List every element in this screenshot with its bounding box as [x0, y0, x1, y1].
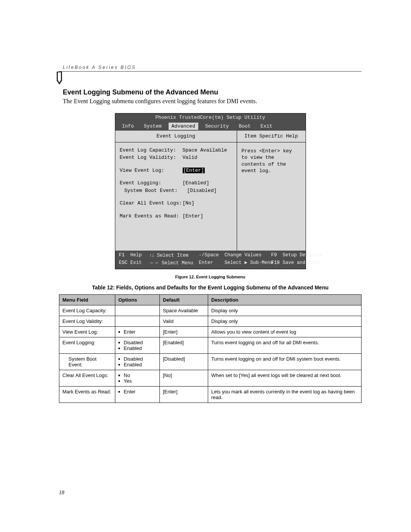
- bios-right-heading: Item Specific Help: [237, 131, 306, 142]
- table-row: Event Log Capacity:Space AvailableDispla…: [59, 305, 362, 316]
- bios-help-text: Press <Enter> key to view the contents o…: [237, 142, 306, 180]
- cell-menu-field: Event Log Validity:: [59, 316, 115, 327]
- spec-table: Menu FieldOptionsDefaultDescription Even…: [59, 294, 362, 403]
- table-header-row: Menu FieldOptionsDefaultDescription: [59, 295, 362, 305]
- cell-default: [Enabled]: [160, 337, 208, 354]
- cell-options: Enter: [115, 327, 160, 337]
- bios-tab-security: Security: [202, 123, 232, 130]
- option-item: Yes: [118, 378, 156, 384]
- cell-description: Lets you mark all events currently in th…: [208, 387, 362, 403]
- cell-default: [Enter]: [160, 327, 208, 337]
- option-item: Disabled: [118, 340, 156, 345]
- cell-default: [No]: [160, 370, 208, 387]
- option-item: Enter: [118, 329, 156, 335]
- cell-description: Allows you to view content of event log: [208, 327, 362, 337]
- header-rule: [59, 71, 362, 72]
- bios-tab-exit: Exit: [258, 123, 276, 130]
- cell-default: Valid: [160, 316, 208, 327]
- header-marker-icon: [59, 75, 362, 86]
- cell-menu-field: Event Logging:: [59, 337, 115, 354]
- footer-f9: Setup Defaults: [283, 252, 323, 258]
- bios-setting-value: [Enter]: [183, 167, 205, 174]
- table-header-cell: Description: [208, 295, 362, 305]
- bios-setting-label: Event Log Capacity:: [120, 147, 183, 154]
- bios-setting-label: Event Log Validity:: [120, 154, 183, 161]
- bios-tab-boot: Boot: [236, 123, 253, 130]
- bios-left-heading: Event Logging: [115, 131, 237, 142]
- table-header-cell: Options: [115, 295, 160, 305]
- cell-menu-field: Event Log Capacity:: [59, 305, 115, 316]
- table-row: Mark Events as Read:Enter[Enter]Lets you…: [59, 387, 362, 403]
- table-row: System Boot Event:DisabledEnabled[Disabl…: [59, 354, 362, 370]
- cell-options: NoYes: [115, 370, 160, 387]
- table-row: Event Logging:DisabledEnabled[Enabled]Tu…: [59, 337, 362, 354]
- cell-options: [115, 316, 160, 327]
- table-title: Table 12: Fields, Options and Defaults f…: [63, 284, 358, 291]
- bios-setting-row: Event Log Capacity:Space Available: [120, 147, 233, 154]
- bios-setting-label: View Event Log:: [120, 167, 183, 174]
- option-item: Enabled: [118, 345, 156, 351]
- option-item: Enter: [118, 389, 156, 395]
- bios-tab-advanced: Advanced: [169, 123, 198, 130]
- bios-footer: F1 Help ↑↓ Select Item -/Space Change Va…: [115, 251, 306, 269]
- footer-enter: Enter: [199, 260, 213, 265]
- cell-description: Turns event logging on and off for DMI s…: [208, 354, 362, 370]
- bios-setting-value: Valid: [183, 154, 198, 161]
- bios-setting-row: System Boot Event:[Disabled]: [120, 187, 233, 194]
- bios-setting-row: View Event Log:[Enter]: [120, 167, 233, 174]
- option-item: Disabled: [118, 356, 156, 362]
- table-header-cell: Menu Field: [59, 295, 115, 305]
- cell-menu-field: Clear All Event Logs:: [59, 370, 115, 387]
- cell-options: Enter: [115, 387, 160, 403]
- cell-menu-field: View Event Log:: [59, 327, 115, 337]
- footer-f10: Save and Exit: [283, 260, 320, 265]
- bios-setting-value: [Disabled]: [187, 187, 217, 194]
- figure-caption: Figure 12. Event Logging Submenu: [59, 275, 362, 279]
- bios-setting-row: Event Log Validity:Valid: [120, 154, 233, 161]
- footer-help: Help: [131, 252, 142, 258]
- cell-menu-field: Mark Events as Read:: [59, 387, 115, 403]
- cell-default: Space Available: [160, 305, 208, 316]
- bios-screenshot: Phoenix TrustedCore(tm) Setup Utility In…: [115, 113, 306, 269]
- footer-minus-space: -/Space: [199, 252, 219, 258]
- cell-description: Display only: [208, 305, 362, 316]
- document-page: LifeBook A Series BIOS Event Logging Sub…: [0, 0, 411, 532]
- cell-description: Turns event logging on and off for all D…: [208, 337, 362, 354]
- option-item: Enabled: [118, 362, 156, 367]
- page-number: 18: [59, 490, 64, 496]
- bios-setting-row: Event Logging:[Enabled]: [120, 180, 233, 187]
- bios-setting-label: System Boot Event:: [120, 187, 187, 194]
- table-row: View Event Log:Enter[Enter]Allows you to…: [59, 327, 362, 337]
- section-title: Event Logging Submenu of the Advanced Me…: [63, 88, 362, 96]
- bios-setting-value: Space Available: [183, 147, 227, 154]
- table-header-cell: Default: [160, 295, 208, 305]
- cell-default: [Enter]: [160, 387, 208, 403]
- cell-description: Display only: [208, 316, 362, 327]
- footer-esc: Exit: [131, 260, 142, 265]
- bios-tab-info: Info: [119, 123, 137, 130]
- bios-setting-value: [No]: [183, 200, 194, 207]
- bios-setting-row: Mark Events as Read:[Enter]: [120, 213, 233, 220]
- running-header: LifeBook A Series BIOS: [63, 65, 362, 70]
- table-row: Clear All Event Logs:NoYes[No]When set t…: [59, 370, 362, 387]
- cell-menu-field: System Boot Event:: [59, 354, 115, 370]
- bios-settings-list: Event Log Capacity:Space AvailableEvent …: [115, 142, 237, 251]
- cell-options: [115, 305, 160, 316]
- footer-select-item: Select Item: [157, 253, 189, 258]
- cell-description: When set to [Yes] all event logs will be…: [208, 370, 362, 387]
- bios-setting-row: Clear All Event Logs:[No]: [120, 200, 233, 207]
- bios-tab-system: System: [141, 123, 165, 130]
- table-row: Event Log Validity:ValidDisplay only: [59, 316, 362, 327]
- bios-setting-value: [Enter]: [183, 213, 204, 220]
- cell-options: DisabledEnabled: [115, 337, 160, 354]
- cell-options: DisabledEnabled: [115, 354, 160, 370]
- bios-title: Phoenix TrustedCore(tm) Setup Utility: [115, 113, 306, 122]
- footer-select-menu: Select Menu: [162, 260, 193, 266]
- footer-change-values: Change Values: [225, 252, 262, 258]
- cell-default: [Disabled]: [160, 354, 208, 370]
- bios-setting-value: [Enabled]: [183, 180, 209, 187]
- section-intro: The Event Logging submenu configures eve…: [63, 98, 362, 105]
- bios-setting-label: Mark Events as Read:: [120, 213, 183, 220]
- bios-setting-label: Event Logging:: [120, 180, 183, 187]
- option-item: No: [118, 372, 156, 378]
